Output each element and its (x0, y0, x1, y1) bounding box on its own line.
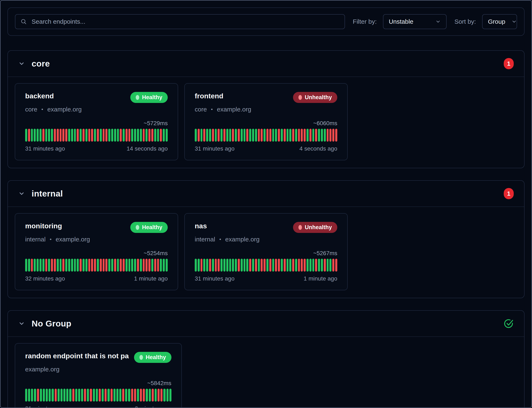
timestamp-oldest: 31 minutes ago (195, 145, 234, 152)
subtitle-separator: • (50, 237, 51, 242)
subtitle-part: example.org (47, 106, 82, 113)
health-bar-failure (160, 389, 163, 401)
health-bar-failure (332, 259, 334, 272)
health-bar-failure (261, 129, 263, 142)
health-bar-success (45, 129, 47, 142)
health-bar-failure (54, 129, 56, 142)
group-title: core (32, 59, 50, 69)
subtitle-separator: • (211, 106, 213, 112)
health-bar-success (275, 129, 277, 142)
health-bar-failure (100, 259, 102, 272)
health-bar-failure (103, 129, 105, 142)
health-bar-success (318, 129, 320, 142)
status-badge: Unhealthy (293, 92, 337, 103)
health-bar-success (166, 259, 168, 272)
health-bar-success (108, 259, 110, 272)
health-bar-success (25, 259, 27, 272)
endpoint-card[interactable]: monitoring Healthy internal•example.org … (15, 213, 178, 290)
group-section: core 1 backend Healthy core•example.org … (8, 50, 524, 168)
health-bar-failure (203, 129, 205, 142)
health-bar-failure (80, 259, 82, 272)
health-bar-success (75, 389, 77, 401)
endpoint-card[interactable]: frontend Unhealthy core•example.org ~606… (184, 83, 348, 160)
health-bar-success (97, 259, 99, 272)
health-bar-failure (238, 259, 240, 272)
status-badge-label: Healthy (142, 94, 162, 101)
health-bar-failure (62, 129, 64, 142)
health-bar-success (46, 389, 48, 401)
health-bar-success (128, 389, 130, 401)
group-header[interactable]: internal 1 (8, 181, 524, 207)
health-bar-success (324, 129, 326, 142)
health-bar-failure (99, 389, 101, 401)
health-bar-success (321, 259, 323, 272)
latency-label: ~5729ms (25, 120, 168, 127)
health-bar-success (49, 389, 51, 401)
search-box[interactable] (15, 14, 345, 29)
group-unhealthy-count-badge: 1 (504, 58, 514, 69)
health-bar-success (31, 129, 33, 142)
health-bar-failure (105, 259, 108, 272)
health-bar-success (117, 259, 119, 272)
health-bar-failure (151, 129, 153, 142)
health-bar-failure (94, 259, 96, 272)
health-bar-failure (90, 389, 92, 401)
health-bar-success (235, 259, 237, 272)
group-section: internal 1 monitoring Healthy internal•e… (8, 180, 524, 298)
sort-select-value: Group (488, 18, 505, 25)
health-bar-success (252, 129, 254, 142)
health-bar-failure (97, 129, 99, 142)
health-bar-success (264, 129, 266, 142)
health-bar-failure (212, 129, 214, 142)
sort-select[interactable]: Group (482, 14, 517, 29)
health-bar-failure (335, 129, 337, 142)
health-bar-success (116, 389, 118, 401)
health-bar-failure (128, 129, 131, 142)
health-bar-success (140, 129, 142, 142)
endpoint-card[interactable]: nas Unhealthy internal•example.org ~5267… (184, 213, 348, 290)
uptime-bars (195, 129, 337, 142)
health-bar-failure (122, 389, 124, 401)
health-bar-failure (83, 129, 84, 142)
health-bar-success (111, 129, 113, 142)
chevron-down-icon (18, 60, 25, 67)
health-bar-success (87, 389, 89, 401)
health-bar-failure (269, 259, 271, 272)
filter-select[interactable]: Unstable (383, 14, 447, 29)
latency-label: ~5842ms (25, 380, 171, 387)
health-bar-success (134, 129, 136, 142)
group-header[interactable]: No Group (8, 311, 524, 337)
health-bar-failure (28, 129, 30, 142)
health-bar-success (169, 389, 171, 401)
health-bar-failure (145, 259, 148, 272)
status-dot-icon (136, 225, 139, 230)
health-bar-failure (88, 129, 90, 142)
health-bar-success (287, 259, 289, 272)
health-bar-success (37, 259, 39, 272)
health-bar-success (80, 129, 82, 142)
toolbar: Filter by: Unstable Sort by: Group (8, 8, 524, 36)
health-bar-success (249, 129, 251, 142)
group-header[interactable]: core 1 (8, 51, 524, 77)
health-bar-failure (143, 259, 145, 272)
health-bar-failure (111, 389, 113, 401)
health-bar-failure (258, 129, 260, 142)
endpoint-card[interactable]: backend Healthy core•example.org ~5729ms… (15, 83, 178, 160)
health-bar-success (246, 259, 248, 272)
uptime-bars (25, 259, 168, 272)
health-bar-failure (154, 259, 156, 272)
group-all-healthy-check-icon (503, 318, 514, 329)
health-bar-failure (60, 129, 62, 142)
subtitle-part: example.org (56, 236, 90, 243)
search-input[interactable] (32, 18, 340, 25)
subtitle-part: core (25, 106, 37, 113)
health-bar-success (220, 129, 223, 142)
health-bar-success (223, 259, 225, 272)
health-bar-failure (72, 389, 75, 401)
health-bar-success (74, 129, 76, 142)
endpoint-card[interactable]: random endpoint that is not part... Heal… (15, 343, 182, 408)
health-bar-success (51, 389, 54, 401)
health-bar-failure (152, 389, 154, 401)
health-bar-success (74, 259, 76, 272)
health-bar-success (140, 259, 142, 272)
